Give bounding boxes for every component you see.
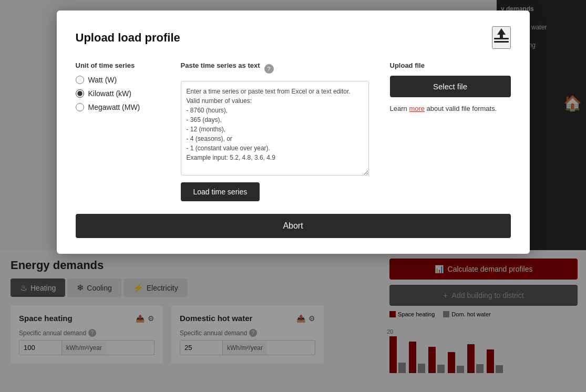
modal-overlay: Upload load profile Unit of time series …	[0, 0, 586, 392]
upload-column: Upload file Select file Learn more about…	[390, 61, 511, 201]
radio-megawatt[interactable]: Megawatt (MW)	[76, 103, 160, 111]
paste-help-icon[interactable]: ?	[264, 64, 274, 74]
select-file-button[interactable]: Select file	[390, 76, 511, 97]
learn-more-text: Learn more about valid file formats.	[390, 105, 511, 112]
unit-section-label: Unit of time series	[76, 61, 160, 69]
paste-section-label: Paste time series as text	[181, 61, 260, 69]
svg-rect-0	[494, 38, 509, 39]
upload-section-label: Upload file	[390, 61, 511, 69]
radio-megawatt-input[interactable]	[76, 103, 84, 111]
learn-more-link[interactable]: more	[409, 105, 425, 112]
unit-radio-group: Watt (W) Kilowatt (kW) Megawatt (MW)	[76, 76, 160, 111]
unit-column: Unit of time series Watt (W) Kilowatt (k…	[76, 61, 160, 201]
radio-megawatt-label: Megawatt (MW)	[88, 103, 140, 111]
radio-watt-input[interactable]	[76, 76, 84, 84]
modal-header: Upload load profile	[76, 26, 511, 49]
load-time-series-button[interactable]: Load time series	[181, 182, 260, 201]
radio-kilowatt[interactable]: Kilowatt (kW)	[76, 89, 160, 98]
paste-header: Paste time series as text ?	[181, 61, 369, 76]
abort-row: Abort	[76, 214, 511, 238]
paste-column: Paste time series as text ? Enter a time…	[181, 61, 369, 201]
modal-upload-icon-button[interactable]	[492, 26, 511, 49]
svg-marker-2	[497, 28, 506, 38]
modal: Upload load profile Unit of time series …	[57, 11, 530, 254]
radio-kilowatt-input[interactable]	[76, 89, 84, 98]
modal-title: Upload load profile	[76, 31, 180, 45]
radio-kilowatt-label: Kilowatt (kW)	[88, 89, 131, 98]
modal-body: Unit of time series Watt (W) Kilowatt (k…	[76, 61, 511, 201]
paste-textarea[interactable]: Enter a time series or paste text from E…	[181, 81, 369, 176]
abort-button[interactable]: Abort	[76, 214, 511, 238]
svg-rect-1	[494, 41, 509, 43]
radio-watt-label: Watt (W)	[88, 76, 117, 84]
radio-watt[interactable]: Watt (W)	[76, 76, 160, 84]
